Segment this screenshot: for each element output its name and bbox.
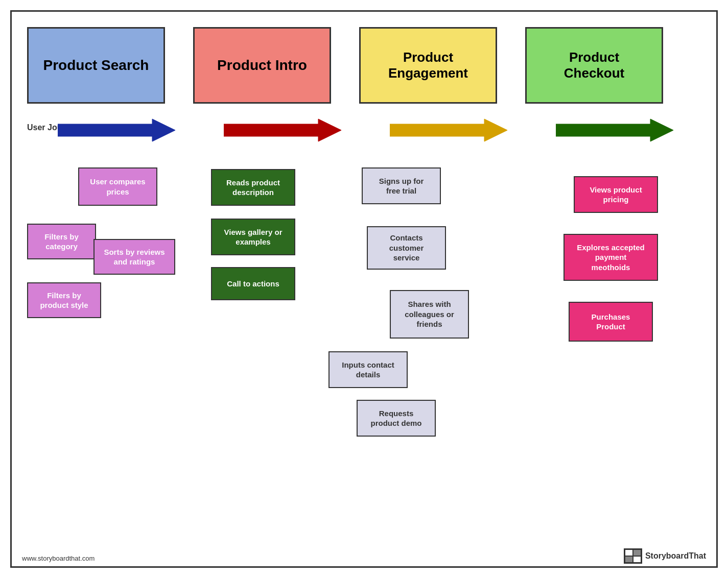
main-canvas: Product Search Product Intro ProductEnga… (10, 10, 718, 568)
svg-marker-0 (58, 119, 175, 141)
footer-logo: StoryboardThat (624, 548, 706, 564)
card-contacts-customer-service: Contactscustomerservice (367, 226, 446, 270)
card-sorts-by-reviews: Sorts by reviewsand ratings (93, 239, 175, 275)
svg-marker-1 (224, 119, 341, 141)
card-filters-by-product-style: Filters byproduct style (27, 282, 101, 318)
logo-text: StoryboardThat (645, 551, 706, 561)
arrow-intro (224, 116, 341, 144)
card-views-gallery: Views gallery orexamples (211, 219, 295, 255)
card-filters-by-category: Filters bycategory (27, 224, 96, 259)
arrow-engagement (390, 116, 507, 144)
card-inputs-contact-details: Inputs contactdetails (328, 351, 408, 388)
header-product-intro: Product Intro (193, 27, 331, 104)
card-requests-product-demo: Requestsproduct demo (357, 400, 436, 437)
header-product-checkout: ProductCheckout (525, 27, 663, 104)
logo-icon (624, 548, 642, 564)
arrow-checkout (556, 116, 673, 144)
card-explores-payment-methods: Explores acceptedpaymentmeothoids (563, 234, 658, 281)
card-signs-up-free-trial: Signs up forfree trial (362, 167, 441, 204)
header-product-engagement: ProductEngagement (359, 27, 497, 104)
header-product-search: Product Search (27, 27, 165, 104)
card-call-to-actions: Call to actions (211, 267, 295, 300)
svg-marker-2 (390, 119, 507, 141)
card-reads-product-description: Reads productdescription (211, 169, 295, 206)
card-shares-with-colleagues: Shares withcolleagues orfriends (390, 290, 469, 339)
footer-url: www.storyboardthat.com (22, 555, 95, 562)
arrow-search (58, 116, 175, 144)
card-user-compares-prices: User comparesprices (78, 167, 157, 206)
card-views-product-pricing: Views productpricing (574, 176, 658, 213)
card-purchases-product: PurchasesProduct (569, 302, 653, 342)
svg-marker-3 (556, 119, 673, 141)
